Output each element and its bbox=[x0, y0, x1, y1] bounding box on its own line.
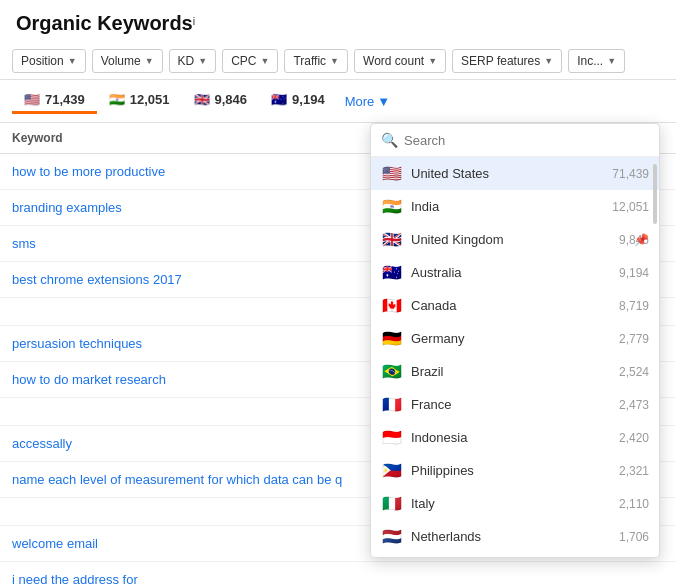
filter-serp-features[interactable]: SERP features▼ bbox=[452, 49, 562, 73]
filter-label: Position bbox=[21, 54, 64, 68]
country-name: Brazil bbox=[411, 364, 611, 379]
keyword-link[interactable]: persuasion techniques bbox=[12, 336, 142, 351]
country-list-item[interactable]: 🇵🇭Philippines2,321 bbox=[371, 454, 659, 487]
country-count: 8,719 bbox=[619, 299, 649, 313]
country-count: 1,706 bbox=[619, 530, 649, 544]
keyword-link[interactable]: branding examples bbox=[12, 200, 122, 215]
chevron-down-icon: ▼ bbox=[377, 94, 390, 109]
dropdown-search-bar[interactable]: 🔍 bbox=[371, 124, 659, 157]
filter-label: KD bbox=[178, 54, 195, 68]
country-list-item[interactable]: 🇦🇺Australia9,194 bbox=[371, 256, 659, 289]
country-name: Indonesia bbox=[411, 430, 611, 445]
filter-label: Volume bbox=[101, 54, 141, 68]
flag-icon: 🇬🇧 bbox=[381, 230, 403, 249]
country-count: 2,524 bbox=[619, 365, 649, 379]
filter-inc[interactable]: Inc...▼ bbox=[568, 49, 625, 73]
more-label: More bbox=[345, 94, 375, 109]
filter-volume[interactable]: Volume▼ bbox=[92, 49, 163, 73]
filter-position[interactable]: Position▼ bbox=[12, 49, 86, 73]
chevron-down-icon: ▼ bbox=[544, 56, 553, 66]
pin-icon: 📌 bbox=[634, 233, 649, 247]
flag-icon: 🇮🇹 bbox=[381, 494, 403, 513]
country-list-item[interactable]: 🇮🇳India12,051 bbox=[371, 190, 659, 223]
country-list-item[interactable]: 🇩🇪Germany2,779 bbox=[371, 322, 659, 355]
flag-icon: 🇫🇷 bbox=[381, 395, 403, 414]
country-list-item[interactable]: 🇮🇹Italy2,110 bbox=[371, 487, 659, 520]
keyword-row: i need the address for bbox=[0, 562, 676, 586]
flag-icon: 🇦🇺 bbox=[381, 263, 403, 282]
country-name: United States bbox=[411, 166, 604, 181]
country-name: Australia bbox=[411, 265, 611, 280]
filter-traffic[interactable]: Traffic▼ bbox=[284, 49, 348, 73]
keyword-link[interactable]: welcome email bbox=[12, 536, 98, 551]
country-list-item[interactable]: 🇨🇦Canada8,719 bbox=[371, 289, 659, 322]
keyword-link[interactable]: how to do market research bbox=[12, 372, 166, 387]
filter-label: Traffic bbox=[293, 54, 326, 68]
flag-icon: 🇩🇪 bbox=[381, 329, 403, 348]
flag-icon: 🇮🇩 bbox=[381, 428, 403, 447]
country-tab-0[interactable]: 🇺🇸71,439 bbox=[12, 88, 97, 114]
chevron-down-icon: ▼ bbox=[145, 56, 154, 66]
country-count: 2,779 bbox=[619, 332, 649, 346]
country-name: Netherlands bbox=[411, 529, 611, 544]
flag-icon: 🇧🇷 bbox=[381, 362, 403, 381]
country-list-item[interactable]: 🇬🇧United Kingdom9,846📌 bbox=[371, 223, 659, 256]
country-name: Canada bbox=[411, 298, 611, 313]
chevron-down-icon: ▼ bbox=[330, 56, 339, 66]
chevron-down-icon: ▼ bbox=[261, 56, 270, 66]
keyword-link[interactable]: best chrome extensions 2017 bbox=[12, 272, 182, 287]
filter-bar: Position▼Volume▼KD▼CPC▼Traffic▼Word coun… bbox=[0, 43, 676, 80]
scrollbar[interactable] bbox=[653, 164, 657, 224]
page-title: Organic Keywords bbox=[16, 12, 193, 34]
filter-cpc[interactable]: CPC▼ bbox=[222, 49, 278, 73]
flag-icon: 🇦🇺 bbox=[271, 92, 287, 107]
keyword-link[interactable]: name each level of measurement for which… bbox=[12, 472, 342, 487]
tab-count: 9,846 bbox=[215, 92, 248, 107]
filter-word-count[interactable]: Word count▼ bbox=[354, 49, 446, 73]
country-tab-2[interactable]: 🇬🇧9,846 bbox=[182, 88, 260, 114]
search-input[interactable] bbox=[404, 133, 649, 148]
country-list-item[interactable]: 🇺🇸United States71,439 bbox=[371, 157, 659, 190]
keyword-link[interactable]: accessally bbox=[12, 436, 72, 451]
chevron-down-icon: ▼ bbox=[607, 56, 616, 66]
country-list-item[interactable]: 🇮🇩Indonesia2,420 bbox=[371, 421, 659, 454]
country-count: 2,110 bbox=[619, 497, 649, 511]
country-name: France bbox=[411, 397, 611, 412]
flag-icon: 🇨🇦 bbox=[381, 296, 403, 315]
search-icon: 🔍 bbox=[381, 132, 398, 148]
flag-icon: 🇮🇳 bbox=[109, 92, 125, 107]
country-list-item[interactable]: 🇫🇷France2,473 bbox=[371, 388, 659, 421]
chevron-down-icon: ▼ bbox=[198, 56, 207, 66]
country-name: Philippines bbox=[411, 463, 611, 478]
flag-icon: 🇺🇸 bbox=[381, 164, 403, 183]
country-list-item[interactable]: 🇧🇷Brazil2,524 bbox=[371, 355, 659, 388]
flag-icon: 🇺🇸 bbox=[24, 92, 40, 107]
filter-label: SERP features bbox=[461, 54, 540, 68]
country-dropdown[interactable]: 🔍 🇺🇸United States71,439🇮🇳India12,051🇬🇧Un… bbox=[370, 123, 660, 558]
filter-kd[interactable]: KD▼ bbox=[169, 49, 217, 73]
keyword-link[interactable]: i need the address for bbox=[12, 572, 138, 586]
chevron-down-icon: ▼ bbox=[68, 56, 77, 66]
country-list[interactable]: 🇺🇸United States71,439🇮🇳India12,051🇬🇧Unit… bbox=[371, 157, 659, 557]
country-tab-3[interactable]: 🇦🇺9,194 bbox=[259, 88, 337, 114]
keyword-link[interactable]: how to be more productive bbox=[12, 164, 165, 179]
flag-icon: 🇵🇭 bbox=[381, 461, 403, 480]
main-content: Keyword how to be more productivebrandin… bbox=[0, 123, 676, 586]
country-name: Germany bbox=[411, 331, 611, 346]
country-tabs: 🇺🇸71,439🇮🇳12,051🇬🇧9,846🇦🇺9,194More▼ bbox=[0, 80, 676, 123]
tab-count: 9,194 bbox=[292, 92, 325, 107]
more-button[interactable]: More▼ bbox=[337, 90, 399, 113]
tab-count: 12,051 bbox=[130, 92, 170, 107]
filter-label: CPC bbox=[231, 54, 256, 68]
tab-count: 71,439 bbox=[45, 92, 85, 107]
country-list-item[interactable]: 🇪🇸Spain1,449 bbox=[371, 553, 659, 557]
country-list-item[interactable]: 🇳🇱Netherlands1,706 bbox=[371, 520, 659, 553]
country-name: India bbox=[411, 199, 604, 214]
flag-icon: 🇮🇳 bbox=[381, 197, 403, 216]
keyword-link[interactable]: sms bbox=[12, 236, 36, 251]
chevron-down-icon: ▼ bbox=[428, 56, 437, 66]
country-count: 2,321 bbox=[619, 464, 649, 478]
flag-icon: 🇳🇱 bbox=[381, 527, 403, 546]
country-tab-1[interactable]: 🇮🇳12,051 bbox=[97, 88, 182, 114]
country-count: 2,420 bbox=[619, 431, 649, 445]
